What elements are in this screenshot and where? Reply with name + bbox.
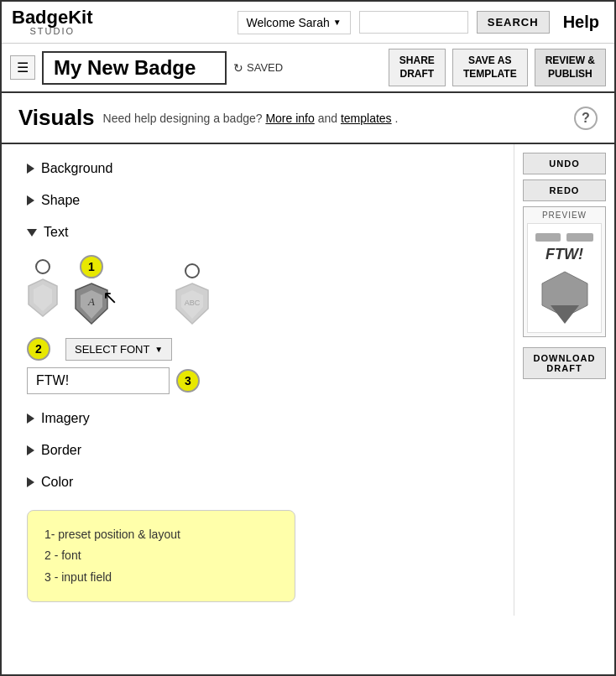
font-row: 2 SELECT FONT ▼ [27,337,488,361]
badge-option-1[interactable] [27,259,59,318]
search-input[interactable] [359,11,468,34]
menu-button[interactable]: ☰ [10,55,35,80]
redo-button[interactable]: REDO [523,179,606,201]
select-font-label: SELECT FONT [75,343,149,356]
step-badge-2: 2 [27,337,50,361]
border-label: Border [41,443,81,458]
help-button[interactable]: Help [558,13,604,32]
radio-3[interactable] [185,263,200,278]
border-accordion: Border [27,439,488,461]
expand-icon [27,195,34,205]
text-options-row: 1 A ↖ [27,252,488,325]
shield-badge-2: A [74,282,109,325]
text-accordion: Text 1 [27,221,488,394]
help-text-period: . [395,112,399,125]
shape-accordion: Shape [27,190,488,211]
review-publish-button[interactable]: REVIEW &PUBLISH [535,49,606,86]
visuals-help-text: Need help designing a badge? More info a… [103,112,566,125]
background-header[interactable]: Background [27,158,488,179]
imagery-header[interactable]: Imagery [27,408,488,429]
step-badge-1: 1 [80,255,103,278]
text-header[interactable]: Text [27,221,488,243]
help-text-and: and [318,112,341,125]
background-accordion: Background [27,158,488,179]
help-text-prefix: Need help designing a badge? [103,112,263,125]
tooltip-line2: 2 - font [44,545,278,566]
expand-icon [27,477,34,487]
expand-icon [27,164,34,174]
header: BadgeKit STUDIO Welcome Sarah ▼ SEARCH H… [2,2,614,44]
question-mark: ? [582,111,590,126]
tooltip-line1: 1- preset position & layout [44,524,278,545]
color-label: Color [41,475,73,490]
text-label: Text [44,225,68,240]
search-button[interactable]: SEARCH [477,11,550,34]
visuals-header: Visuals Need help designing a badge? Mor… [2,93,614,144]
svg-rect-8 [535,233,561,242]
text-input-row: 3 [27,367,488,394]
badge-option-2[interactable]: 1 A ↖ [74,263,109,325]
imagery-label: Imagery [41,411,90,426]
border-header[interactable]: Border [27,439,488,461]
collapse-icon [27,229,37,237]
shield-badge-1 [27,278,59,318]
preview-text: FTW! [546,246,583,263]
left-panel: Background Shape Text [2,144,514,616]
logo-title: BadgeKit [12,8,93,27]
share-draft-button[interactable]: SHAREDRAFT [389,49,446,86]
preview-label: PREVIEW [527,211,602,220]
badge-text-input[interactable] [27,367,170,394]
download-draft-button[interactable]: DOWNLOADDRAFT [523,347,606,379]
badge-name-input[interactable] [42,51,227,85]
undo-button[interactable]: UNDO [523,153,606,174]
logo-sub: STUDIO [12,27,93,36]
preview-badge-svg [535,268,594,327]
help-icon[interactable]: ? [574,107,598,130]
font-dropdown-arrow-icon: ▼ [154,345,163,354]
expand-icon [27,445,34,455]
preview-top-bars [531,229,598,246]
radio-1[interactable] [35,259,50,274]
shape-header[interactable]: Shape [27,190,488,211]
svg-text:A: A [87,295,95,308]
svg-text:ABC: ABC [185,299,201,307]
step-badge-3: 3 [176,369,200,393]
background-label: Background [41,161,112,176]
text-section-content: 1 A ↖ [27,243,488,394]
svg-marker-11 [551,305,579,324]
visuals-title: Visuals [18,105,95,131]
save-as-template-button[interactable]: SAVE ASTEMPLATE [452,49,528,86]
imagery-accordion: Imagery [27,408,488,429]
right-panel: UNDO REDO PREVIEW FTW! DOWNLOADD [514,144,614,616]
preview-box: PREVIEW FTW! [523,206,606,337]
templates-link[interactable]: templates [341,112,392,125]
dropdown-arrow-icon: ▼ [333,18,342,27]
tooltip-line3: 3 - input field [44,567,278,588]
logo-block: BadgeKit STUDIO [12,8,93,36]
saved-status: ↻ SAVED [233,61,283,75]
color-header[interactable]: Color [27,471,488,493]
welcome-label: Welcome Sarah [247,16,330,29]
tooltip-box: 1- preset position & layout 2 - font 3 -… [27,510,295,602]
saved-label-text: SAVED [247,61,283,74]
expand-icon [27,413,34,424]
toolbar: ☰ ↻ SAVED SHAREDRAFT SAVE ASTEMPLATE REV… [2,44,614,93]
more-info-link[interactable]: More info [265,112,314,125]
svg-rect-9 [566,233,593,242]
preview-badge-container: FTW! [527,223,602,333]
shield-badge-3: ABC [175,282,210,325]
color-accordion: Color [27,471,488,493]
saved-icon: ↻ [233,61,243,75]
badge-option-3[interactable]: ABC [175,263,210,325]
main-content: Background Shape Text [2,144,614,616]
welcome-dropdown[interactable]: Welcome Sarah ▼ [238,11,351,34]
shape-label: Shape [41,193,80,208]
select-font-button[interactable]: SELECT FONT ▼ [65,338,172,361]
